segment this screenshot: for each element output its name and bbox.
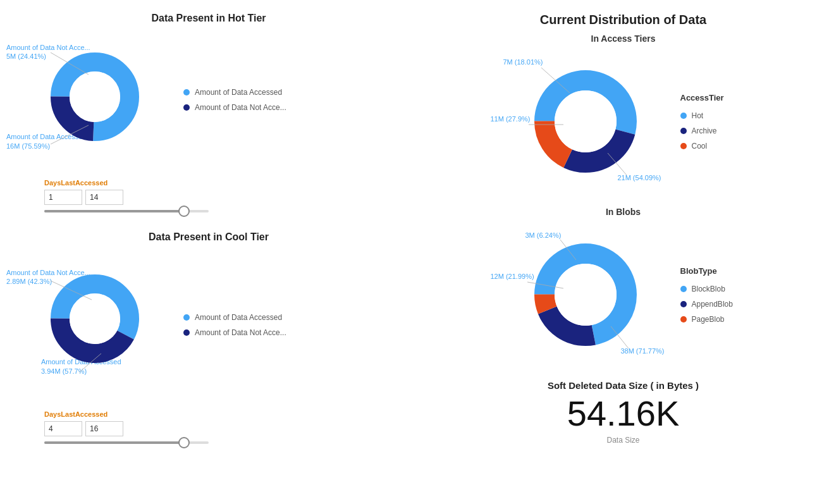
hot-slider-inputs [44,190,411,205]
cool-slider-fill [44,441,184,444]
access-tiers-legend: AccessTier Hot Archive Cool [680,93,756,151]
cool-accessed-legend-label: Amount of Data Accessed [195,313,282,322]
cool-tier-title: Data Present in Cool Tier [6,231,411,243]
soft-deleted-section: Soft Deleted Data Size ( in Bytes ) 54.1… [424,380,823,445]
hot-slider-min-input[interactable] [44,190,82,205]
svg-point-7 [70,293,120,344]
hot-tier-title: Data Present in Hot Tier [6,13,411,24]
cool-tier-legend-not-accessed: Amount of Data Not Acce... [183,328,286,337]
blobs-legend-title: BlobType [680,266,756,276]
blobs-page-legend: PageBlob [680,315,756,324]
hot-slider-label: DaysLastAccessed [44,179,411,187]
access-archive-dot [680,128,687,134]
soft-deleted-title: Soft Deleted Data Size ( in Bytes ) [424,380,823,391]
cool-not-accessed-legend-label: Amount of Data Not Acce... [195,328,286,337]
access-hot-dot [680,113,687,119]
cool-tier-donut [44,268,145,369]
left-panel: Data Present in Hot Tier Amount of Data … [6,13,411,463]
hot-slider-thumb[interactable] [178,206,190,217]
blobs-block-label: BlockBlob [692,285,725,293]
blobs-append-dot [680,301,687,307]
main-container: Data Present in Hot Tier Amount of Data … [0,0,829,476]
access-tiers-legend-title: AccessTier [680,93,756,102]
blobs-block-legend: BlockBlob [680,285,756,293]
access-cool-dot [680,143,687,149]
hot-tier-chart-row: Amount of Data Not Acce... 5M (24.41%) A… [6,30,411,169]
cool-accessed-dot [183,314,190,321]
blobs-chart-row: 3M (6.24%) 12M (21.99%) 38M (71.77%) [424,222,823,367]
access-archive-legend: Archive [680,126,756,135]
blobs-append-legend: AppendBlob [680,300,756,309]
hot-tier-slider-section: DaysLastAccessed [6,179,411,212]
cool-slider-inputs [44,421,411,436]
blobs-append-label: AppendBlob [692,300,733,309]
right-panel: Current Distribution of Data In Access T… [411,13,823,463]
cool-slider-min-input[interactable] [44,421,82,436]
hot-slider-track[interactable] [44,210,209,212]
cool-slider-thumb[interactable] [178,437,190,448]
cool-not-accessed-dot [183,329,190,336]
hot-tier-legend: Amount of Data Accessed Amount of Data N… [183,88,286,112]
cool-tier-legend: Amount of Data Accessed Amount of Data N… [183,313,286,337]
access-tiers-donut-wrap: 7M (18.01%) 11M (27.9%) 21M (54.09%) [491,49,668,194]
access-cool-label: Cool [692,142,708,151]
cool-tier-legend-accessed: Amount of Data Accessed [183,313,286,322]
hot-tier-legend-not-accessed: Amount of Data Not Acce... [183,103,286,112]
blobs-donut [522,231,649,358]
blobs-block-dot [680,286,687,292]
soft-deleted-value: 54.16K [424,394,823,433]
access-cool-legend: Cool [680,142,756,151]
hot-accessed-dot [183,89,190,95]
svg-point-20 [555,264,617,326]
blobs-page-label: PageBlob [692,315,725,324]
hot-not-accessed-legend-label: Amount of Data Not Acce... [195,103,286,112]
access-tiers-donut [522,58,649,185]
cool-slider-label: DaysLastAccessed [44,410,411,418]
svg-point-13 [555,90,617,152]
hot-tier-section: Data Present in Hot Tier Amount of Data … [6,13,411,212]
cool-slider-max-input[interactable] [85,421,123,436]
access-hot-label: Hot [692,111,704,120]
blobs-legend: BlobType BlockBlob AppendBlob PageBlob [680,266,756,324]
hot-slider-max-input[interactable] [85,190,123,205]
blobs-donut-wrap: 3M (6.24%) 12M (21.99%) 38M (71.77%) [491,222,668,367]
access-tiers-subtitle: In Access Tiers [424,34,823,44]
cool-tier-section: Data Present in Cool Tier Amount of Data… [6,231,411,444]
hot-slider-fill [44,210,184,212]
cool-tier-slider-section: DaysLastAccessed [6,410,411,444]
soft-deleted-sublabel: Data Size [424,436,823,445]
blobs-subtitle: In Blobs [424,207,823,217]
cool-slider-track[interactable] [44,441,209,444]
access-hot-legend: Hot [680,111,756,120]
hot-accessed-legend-label: Amount of Data Accessed [195,88,282,97]
access-tiers-chart-row: 7M (18.01%) 11M (27.9%) 21M (54.09%) [424,49,823,194]
svg-point-2 [70,71,120,122]
blobs-page-dot [680,316,687,323]
distribution-title: Current Distribution of Data [424,13,823,27]
access-archive-label: Archive [692,126,717,135]
access-tiers-section: In Access Tiers 7M (18.01%) 11M (27.9%) … [424,34,823,194]
hot-tier-donut [44,46,145,147]
cool-tier-chart-row: Amount of Data Not Acce... 2.89M (42.3%)… [6,249,411,401]
blobs-section: In Blobs 3M (6.24%) 12M (21.99%) 38M (71… [424,207,823,367]
hot-not-accessed-dot [183,104,190,111]
hot-tier-legend-accessed: Amount of Data Accessed [183,88,286,97]
